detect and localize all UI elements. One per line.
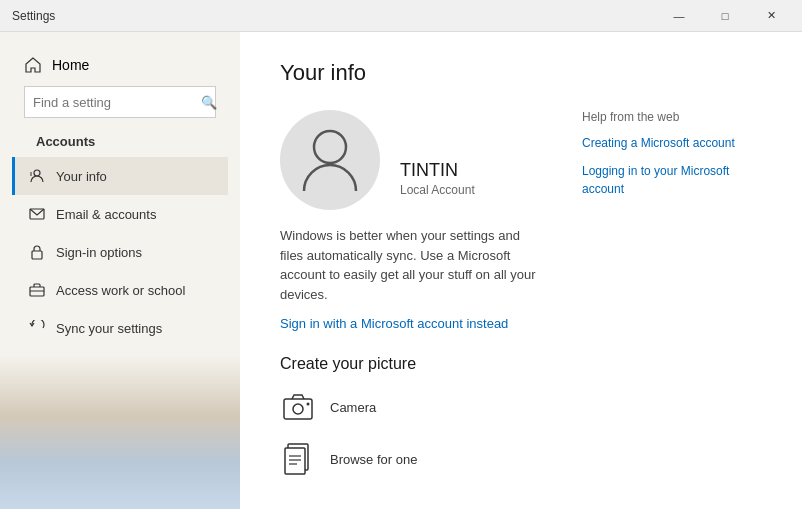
user-info: TINTIN Local Account [400, 110, 475, 197]
sidebar-item-sign-in-options[interactable]: Sign-in options [12, 233, 228, 271]
section-label: Accounts [12, 130, 228, 157]
your-info-label: Your info [56, 169, 107, 184]
account-type: Local Account [400, 183, 475, 197]
camera-option[interactable]: Camera [280, 389, 542, 425]
access-work-label: Access work or school [56, 283, 185, 298]
mail-icon [28, 205, 46, 223]
browse-icon [280, 441, 316, 477]
sidebar: Home 🔍 Accounts Your inf [0, 32, 240, 509]
sign-in-options-label: Sign-in options [56, 245, 142, 260]
svg-rect-12 [285, 448, 305, 474]
home-label: Home [52, 57, 89, 73]
svg-point-9 [293, 404, 303, 414]
email-accounts-label: Email & accounts [56, 207, 156, 222]
maximize-button[interactable]: □ [702, 0, 748, 32]
minimize-button[interactable]: — [656, 0, 702, 32]
svg-rect-4 [32, 251, 42, 259]
svg-rect-8 [284, 399, 312, 419]
content-main: TINTIN Local Account Windows is better w… [280, 110, 542, 493]
browse-option[interactable]: Browse for one [280, 441, 542, 477]
username: TINTIN [400, 160, 475, 181]
avatar [280, 110, 380, 210]
main-layout: Home 🔍 Accounts Your inf [0, 32, 802, 509]
sync-settings-label: Sync your settings [56, 321, 162, 336]
camera-icon [280, 389, 316, 425]
help-link-logging-in[interactable]: Logging in to your Microsoft account [582, 162, 762, 198]
sync-description: Windows is better when your settings and… [280, 226, 542, 304]
close-button[interactable]: ✕ [748, 0, 794, 32]
person-icon [28, 167, 46, 185]
svg-point-7 [314, 131, 346, 163]
sync-icon [28, 319, 46, 337]
content-body: TINTIN Local Account Windows is better w… [280, 110, 762, 493]
briefcase-icon [28, 281, 46, 299]
search-input[interactable] [33, 95, 201, 110]
sidebar-item-your-info[interactable]: Your info [12, 157, 228, 195]
content-area: Your info TINTIN Local Account [240, 32, 802, 509]
search-box[interactable]: 🔍 [24, 86, 216, 118]
avatar-icon [300, 125, 360, 195]
sidebar-item-email-accounts[interactable]: Email & accounts [12, 195, 228, 233]
sidebar-item-home[interactable]: Home [12, 48, 228, 82]
sidebar-item-sync-settings[interactable]: Sync your settings [12, 309, 228, 347]
create-picture-heading: Create your picture [280, 355, 542, 373]
lock-icon [28, 243, 46, 261]
help-link-create-account[interactable]: Creating a Microsoft account [582, 134, 762, 152]
svg-point-10 [307, 403, 310, 406]
title-bar: Settings — □ ✕ [0, 0, 802, 32]
avatar-section: TINTIN Local Account [280, 110, 542, 210]
help-panel: Help from the web Creating a Microsoft a… [582, 110, 762, 493]
sidebar-decorative-bg [0, 355, 240, 509]
browse-label: Browse for one [330, 452, 417, 467]
svg-point-0 [34, 170, 40, 176]
window-controls: — □ ✕ [656, 0, 794, 32]
camera-label: Camera [330, 400, 376, 415]
page-title: Your info [280, 60, 762, 86]
sidebar-item-access-work[interactable]: Access work or school [12, 271, 228, 309]
sidebar-top: Home 🔍 Accounts Your inf [0, 32, 240, 355]
search-icon: 🔍 [201, 95, 217, 110]
sign-in-microsoft-link[interactable]: Sign in with a Microsoft account instead [280, 316, 542, 331]
help-title: Help from the web [582, 110, 762, 124]
home-icon [24, 56, 42, 74]
window-title: Settings [12, 9, 55, 23]
